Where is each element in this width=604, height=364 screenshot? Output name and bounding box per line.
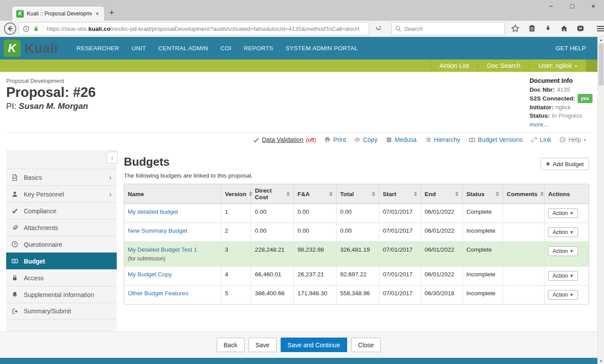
portal-item-action-list[interactable]: Action List	[430, 59, 478, 72]
budget-name-link[interactable]: My Detailed Budget Test 1	[128, 246, 197, 253]
action-button[interactable]: Action▼	[548, 208, 578, 218]
back-icon[interactable]	[4, 22, 17, 35]
sort-icon[interactable]	[286, 192, 290, 196]
url-bar[interactable]: https://siue-sbx.kuali.co/res/kc-pd-krad…	[19, 22, 369, 35]
budget-name-link[interactable]: New Summary Budget	[128, 227, 187, 234]
cell-comments	[503, 223, 545, 241]
budget-name-link[interactable]: My Budget Copy	[128, 271, 172, 278]
cell-actions: Action▼	[545, 242, 589, 266]
sidebar-item-label: Supplemental Information	[24, 291, 94, 298]
toolbar-label: Copy	[363, 136, 378, 143]
cell-start: 07/01/2017	[379, 267, 421, 285]
bookmark-star-icon[interactable]	[511, 24, 519, 33]
save-button[interactable]: Save	[248, 338, 277, 352]
add-budget-button[interactable]: + Add Budget	[541, 158, 589, 170]
portal-item-user-nglick[interactable]: User: nglick▾	[529, 59, 586, 72]
docinfo-value: 4135	[557, 86, 570, 93]
reload-icon[interactable]	[375, 25, 382, 31]
cell-start: 07/01/2017	[379, 286, 421, 304]
sidebar-item-attachments[interactable]: Attachments	[6, 219, 117, 236]
info-icon[interactable]	[23, 26, 30, 32]
toolbar-item-help[interactable]: ?Help▾	[560, 136, 586, 143]
search-input[interactable]	[404, 26, 492, 32]
toolbar-item-budget-versions[interactable]: Budget Versions	[469, 136, 523, 143]
window-minimize-button[interactable]: −	[548, 2, 555, 10]
plus-icon: +	[546, 160, 550, 167]
column-header-f-a[interactable]: F&A	[294, 184, 337, 204]
sidebar-item-compliance[interactable]: Compliance	[6, 202, 117, 219]
clipboard-icon[interactable]	[528, 25, 536, 32]
back-button[interactable]: Back	[217, 338, 245, 352]
page-scrollbar[interactable]: ▲ ▼	[597, 37, 604, 364]
column-header-end[interactable]: End	[421, 184, 463, 204]
pocket-icon[interactable]	[577, 25, 584, 32]
cell-direct-cost: 228,248.21	[251, 242, 294, 266]
cell-total: 0.00	[337, 204, 379, 223]
search-box[interactable]	[391, 22, 505, 35]
budget-name-link[interactable]: Other Budget Features	[128, 290, 188, 297]
toolbar-item-hierarchy[interactable]: Hierarchy	[425, 136, 460, 143]
sort-icon[interactable]	[496, 192, 499, 196]
action-button-label: Action	[552, 273, 568, 279]
nav-item-central-admin[interactable]: CENTRAL ADMIN	[158, 45, 208, 52]
lock-secure-icon[interactable]	[33, 26, 39, 32]
save-and-continue-button[interactable]: Save and Continue	[281, 338, 347, 352]
sidebar-item-basics[interactable]: Basics›	[6, 169, 117, 186]
column-header-version[interactable]: Version	[221, 184, 251, 204]
sort-icon[interactable]	[329, 192, 333, 196]
sidebar-item-questionnaire[interactable]: ?Questionnaire	[6, 236, 117, 253]
sort-icon[interactable]	[540, 192, 544, 196]
sidebar-item-budget[interactable]: Budget	[6, 253, 117, 269]
download-icon[interactable]	[545, 25, 552, 32]
action-button[interactable]: Action▼	[548, 271, 578, 281]
browser-tab[interactable]: K Kuali :: Proposal Developme ×	[12, 7, 104, 21]
column-header-start[interactable]: Start	[379, 184, 421, 204]
chevron-down-icon: ▾	[584, 137, 586, 142]
column-header-direct-cost[interactable]: Direct Cost	[251, 184, 294, 204]
toolbar-item-print[interactable]: Print	[324, 136, 346, 143]
sidebar-item-key-personnel[interactable]: Key Personnel›	[6, 186, 117, 202]
window-close-button[interactable]: ×	[590, 2, 597, 10]
sidebar-item-summary-submit[interactable]: Summary/Submit	[6, 303, 117, 319]
nav-item-coi[interactable]: COI	[220, 45, 231, 52]
tab-close-icon[interactable]: ×	[95, 10, 100, 17]
nav-item-unit[interactable]: UNIT	[132, 45, 146, 52]
sidebar-item-access[interactable]: Access	[6, 269, 117, 286]
sort-icon[interactable]	[414, 192, 417, 196]
column-header-total[interactable]: Total	[337, 184, 379, 204]
sidebar-item-label: Compliance	[24, 208, 56, 215]
menu-hamburger-icon[interactable]	[597, 26, 604, 32]
portal-item-doc-search[interactable]: Doc Search	[478, 59, 529, 72]
new-tab-button[interactable]: +	[109, 8, 114, 17]
sort-icon[interactable]	[372, 192, 375, 196]
nav-item-reports[interactable]: REPORTS	[244, 45, 273, 52]
toolbar-item-link[interactable]: Link	[531, 136, 551, 143]
close-button[interactable]: Close	[351, 338, 381, 352]
budget-name-link[interactable]: My detailed budget	[128, 208, 178, 215]
sidebar-item-supplemental-information[interactable]: Supplemental Information	[6, 286, 117, 303]
scrollbar-thumb[interactable]	[599, 44, 604, 85]
window-maximize-button[interactable]: □	[569, 2, 576, 10]
page-footer: BackSaveSave and ContinueClose	[0, 331, 597, 358]
action-button[interactable]: Action▼	[548, 290, 578, 300]
scrollbar-down-icon[interactable]: ▼	[598, 360, 604, 363]
sidebar-collapse-button[interactable]: ‹	[107, 152, 118, 163]
sort-icon[interactable]	[455, 192, 459, 196]
kuali-logo-icon[interactable]: K	[4, 40, 21, 57]
nav-item-system-admin-portal[interactable]: SYSTEM ADMIN PORTAL	[285, 45, 358, 52]
action-button[interactable]: Action▼	[548, 227, 578, 237]
column-header-comments[interactable]: Comments	[503, 184, 545, 204]
get-help-link[interactable]: GET HELP	[556, 45, 586, 52]
chevron-down-icon: ▾	[575, 63, 577, 68]
nav-item-researcher[interactable]: RESEARCHER	[77, 45, 119, 52]
action-button[interactable]: Action▼	[548, 246, 578, 256]
toolbar-item-copy[interactable]: Copy	[354, 136, 378, 143]
more-link[interactable]: more...	[530, 120, 593, 129]
toolbar-item-medusa[interactable]: Medusa	[386, 136, 417, 143]
home-icon[interactable]	[560, 25, 568, 32]
cell-fa: 0.00	[294, 204, 337, 223]
sidebar-item-label: Budget	[24, 258, 45, 265]
column-header-status[interactable]: Status	[463, 184, 503, 204]
toolbar-item-data-validation[interactable]: Data Validation (off)	[253, 136, 316, 143]
scrollbar-up-icon[interactable]: ▲	[598, 38, 604, 41]
